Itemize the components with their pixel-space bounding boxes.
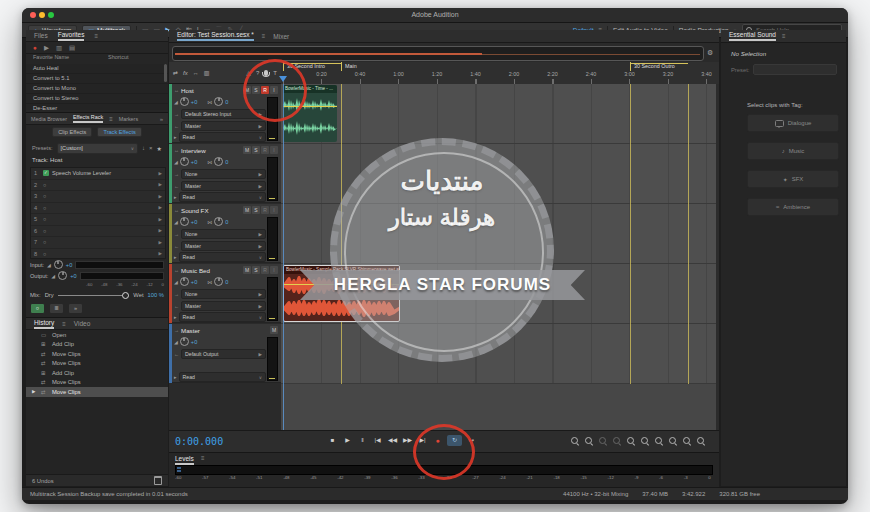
track-header-master[interactable]: → Master M ◢ +0 ← Default Output▶ ▸ Read… — [169, 324, 281, 383]
zoom-out-full-icon[interactable] — [613, 437, 621, 446]
drag-handle-icon[interactable]: ↔ — [174, 207, 179, 213]
record-favorite-icon[interactable]: ● — [33, 44, 37, 51]
volume-value[interactable]: +0 — [191, 339, 197, 345]
fast-forward-button[interactable]: ▶▶ — [402, 435, 413, 446]
solo-button[interactable]: S — [252, 266, 260, 274]
tab-markers[interactable]: Markers — [119, 116, 138, 122]
volume-envelope-line[interactable] — [284, 284, 399, 285]
solo-button[interactable]: S — [252, 206, 260, 214]
tab-history[interactable]: History — [34, 319, 54, 329]
track-output-select[interactable]: Master▶ — [181, 301, 266, 311]
slot-arrow-icon[interactable]: ▶ — [159, 240, 162, 245]
tab-favorites[interactable]: Favorites — [58, 31, 85, 41]
volume-knob[interactable] — [180, 217, 189, 226]
tab-mixer[interactable]: Mixer — [273, 33, 289, 40]
slot-arrow-icon[interactable]: ▶ — [159, 228, 162, 233]
pan-value[interactable]: 0 — [225, 159, 228, 165]
play-favorite-icon[interactable]: ▶ — [44, 44, 49, 52]
pan-knob[interactable] — [214, 157, 223, 166]
track-output-select[interactable]: Master▶ — [181, 121, 266, 131]
favorite-item[interactable]: Convert to 5.1 — [26, 74, 168, 84]
timeline-ruler[interactable]: 30 Second Intro Main 30 Second Outro 0:2… — [281, 62, 719, 85]
automation-mode-select[interactable]: Read∨ — [179, 132, 266, 142]
play-button[interactable]: ▶ — [342, 435, 353, 446]
automation-mode-select[interactable]: Read∨ — [179, 252, 266, 262]
rack-list-toggle[interactable]: ≣ — [49, 303, 64, 314]
delete-preset-icon[interactable]: × — [149, 145, 153, 151]
clip-music-bed[interactable]: BowlerMusic - Sample Pack SLVR Shimmerwa… — [283, 265, 400, 322]
power-icon[interactable]: ○ — [43, 239, 46, 245]
favorite-item[interactable]: Convert to Mono — [26, 84, 168, 94]
drag-handle-icon[interactable]: ↔ — [174, 147, 179, 153]
metronome-icon[interactable]: △ — [246, 69, 251, 76]
pause-button[interactable]: ‖ — [357, 435, 368, 446]
track-output-select[interactable]: Master▶ — [181, 181, 266, 191]
track-header-musicbed[interactable]: ↔ Music Bed M S R I ◢ +0 ⋈ 0 → None▶ — [169, 264, 281, 323]
track-input-select[interactable]: Default Stereo Input▶ — [181, 109, 266, 119]
record-button[interactable]: ● — [432, 435, 443, 446]
panel-menu-icon[interactable]: ≡ — [94, 33, 98, 39]
fx-view-icon[interactable]: fx — [183, 70, 188, 76]
monitor-input-button[interactable]: I — [270, 146, 278, 154]
track-header-host[interactable]: ↔ Host M S R I ◢ +0 ⋈ 0 → Default Stereo — [169, 84, 281, 143]
output-gain-knob[interactable] — [58, 271, 67, 280]
slot-arrow-icon[interactable]: ▶ — [159, 182, 162, 187]
move-to-next-button[interactable]: ▶| — [417, 435, 428, 446]
history-item-selected[interactable]: ▶⇄Move Clips — [26, 387, 168, 397]
output-gain-value[interactable]: +0 — [70, 273, 76, 279]
input-gain-value[interactable]: +0 — [66, 262, 72, 268]
effect-slot[interactable]: 7○▶ — [31, 237, 165, 249]
track-name[interactable]: Music Bed — [181, 267, 210, 274]
effect-name[interactable]: Speech Volume Leveler — [52, 170, 111, 176]
monitor-input-button[interactable]: I — [270, 266, 278, 274]
history-item[interactable]: ⇄Move Clips — [26, 349, 168, 359]
monitor-input-button[interactable]: I — [270, 86, 278, 94]
track-input-select[interactable]: None▶ — [181, 289, 266, 299]
trash-icon[interactable] — [154, 476, 162, 485]
pan-knob[interactable] — [214, 217, 223, 226]
volume-value[interactable]: +0 — [191, 219, 197, 225]
drag-handle-icon[interactable]: ↔ — [174, 267, 179, 273]
save-preset-icon[interactable]: ↓ — [142, 145, 145, 151]
stop-button[interactable]: ■ — [327, 435, 338, 446]
tab-essential-sound[interactable]: Essential Sound — [729, 31, 776, 41]
effect-slot[interactable]: 5○▶ — [31, 214, 165, 226]
playhead-handle[interactable] — [279, 76, 287, 82]
slot-arrow-icon[interactable]: ▶ — [159, 205, 162, 210]
zoom-navigator-bar[interactable] — [172, 46, 704, 61]
marker-outro[interactable]: 30 Second Outro — [630, 62, 675, 71]
wet-value[interactable]: 100 % — [148, 292, 164, 298]
marker-main[interactable]: Main — [341, 62, 357, 71]
track-output-select[interactable]: Default Output▶ — [181, 349, 266, 359]
zoom-in-amplitude-icon[interactable] — [627, 437, 635, 446]
panel-menu-icon[interactable]: ≡ — [782, 33, 786, 39]
power-icon[interactable]: ○ — [43, 193, 46, 199]
meters-view-icon[interactable]: ▥ — [204, 69, 210, 76]
volume-knob[interactable] — [180, 97, 189, 106]
effect-slot[interactable]: 1 ✓ Speech Volume Leveler ▶ — [31, 168, 165, 180]
automation-mode-select[interactable]: Read∨ — [179, 372, 266, 382]
zoom-reset-icon[interactable] — [683, 437, 691, 446]
track-header-soundfx[interactable]: ↔ Sound FX M S R I ◢ +0 ⋈ 0 → None▶ — [169, 204, 281, 263]
tab-video[interactable]: Video — [74, 320, 91, 327]
tag-ambience-button[interactable]: ≈ Ambience — [747, 198, 839, 216]
drag-handle-icon[interactable]: ↔ — [174, 87, 179, 93]
pan-knob[interactable] — [214, 97, 223, 106]
tab-effects-rack[interactable]: Effects Rack — [73, 114, 103, 123]
clip-effects-button[interactable]: Clip Effects — [52, 127, 92, 137]
mute-button[interactable]: M — [243, 146, 251, 154]
tab-editor[interactable]: Editor: Test Session.sesx * — [177, 31, 254, 41]
tab-levels[interactable]: Levels — [175, 455, 194, 465]
monitor-input-button[interactable]: I — [270, 206, 278, 214]
panel-menu-icon[interactable]: ≡ — [201, 455, 205, 461]
tabs-overflow-icon[interactable]: » — [160, 116, 163, 122]
zoom-to-selection-icon[interactable] — [697, 437, 705, 446]
zoom-out-amplitude-icon[interactable] — [641, 437, 649, 446]
track-input-select[interactable]: None▶ — [181, 169, 266, 179]
solo-button[interactable]: S — [252, 86, 260, 94]
rack-prerender-toggle[interactable]: » — [68, 303, 83, 314]
effect-slot[interactable]: 2○▶ — [31, 180, 165, 192]
mute-button[interactable]: M — [243, 266, 251, 274]
power-icon[interactable]: ○ — [43, 216, 46, 222]
record-arm-button[interactable]: R — [261, 146, 269, 154]
